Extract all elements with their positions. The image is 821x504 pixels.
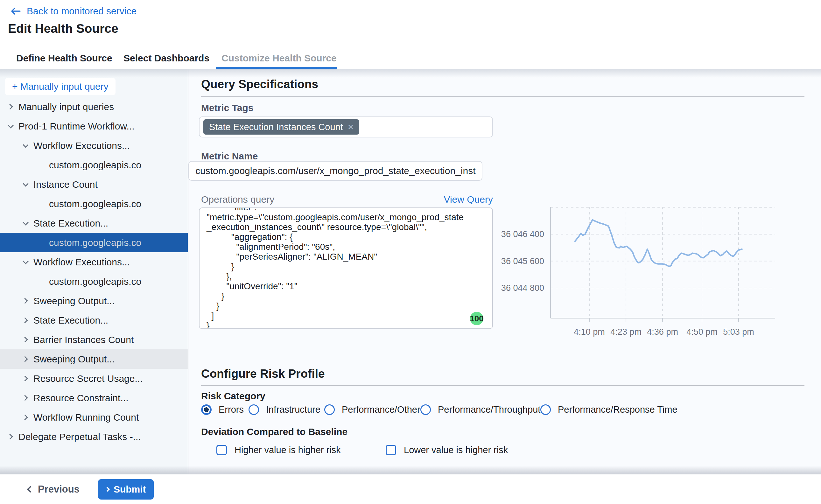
tab-define-health-source[interactable]: Define Health Source (16, 48, 112, 68)
chevron-down-icon[interactable] (23, 258, 28, 264)
metric-trend-line (575, 220, 742, 267)
chevron-right-icon[interactable] (22, 414, 28, 420)
remove-tag-icon[interactable]: × (348, 122, 354, 132)
tree-item-workflow-executions[interactable]: Workflow Executions... (0, 252, 188, 272)
tree-item-custom-googleapis-co[interactable]: custom.googleapis.co (0, 272, 188, 291)
chevron-down-icon[interactable] (8, 123, 13, 128)
submit-button-label: Submit (114, 484, 146, 495)
chevron-left-icon (27, 486, 34, 493)
y-tick-label: 36 044 800 (501, 283, 544, 293)
metric-tags-label: Metric Tags (201, 102, 254, 113)
wizard-tab-bar: Define Health SourceSelect DashboardsCus… (0, 48, 821, 69)
risk-category-option-infrastructure[interactable]: Infrastructure (249, 404, 320, 415)
chevron-down-icon[interactable] (23, 220, 28, 225)
chevron-down-icon[interactable] (23, 142, 28, 148)
chevron-right-icon[interactable] (22, 375, 28, 381)
tree-item-instance-count[interactable]: Instance Count (0, 175, 188, 194)
submit-button[interactable]: Submit (98, 479, 154, 500)
operations-query-code: "filter": "metric.type=\"custom.googleap… (200, 207, 492, 329)
tree-item-custom-googleapis-co[interactable]: custom.googleapis.co (0, 233, 188, 252)
configure-risk-profile-heading: Configure Risk Profile (201, 367, 325, 381)
chevron-down-icon[interactable] (23, 181, 28, 186)
section-divider (201, 385, 804, 386)
deviation-label: Deviation Compared to Baseline (201, 426, 347, 437)
add-manual-query-button[interactable]: + Manually input query (5, 78, 116, 95)
records-count-badge: 100 (470, 312, 483, 325)
metric-name-label: Metric Name (201, 151, 258, 162)
tree-item-label: State Execution... (33, 315, 108, 326)
deviation-checkbox-label: Lower value is higher risk (404, 445, 508, 455)
tree-item-state-execution[interactable]: State Execution... (0, 213, 188, 233)
tree-item-label: Workflow Running Count (33, 412, 139, 423)
tree-item-label: Prod-1 Runtime Workflow... (18, 121, 135, 132)
previous-button-label: Previous (38, 484, 80, 495)
view-query-link[interactable]: View Query (444, 194, 493, 205)
chevron-right-icon[interactable] (22, 356, 28, 362)
tree-item-resource-secret-usage[interactable]: Resource Secret Usage... (0, 369, 188, 388)
x-tick-label: 4:10 pm (574, 327, 605, 337)
tree-item-label: Resource Secret Usage... (33, 373, 143, 384)
risk-category-option-label: Errors (219, 404, 244, 415)
tree-item-label: Sweeping Output... (33, 296, 115, 306)
tree-item-label: Delegate Perpetual Tasks -... (18, 431, 141, 442)
checkbox-icon[interactable] (386, 445, 396, 455)
tree-item-state-execution[interactable]: State Execution... (0, 311, 188, 330)
back-arrow-icon (10, 7, 21, 16)
tree-item-label: State Execution... (33, 218, 108, 229)
tree-item-label: custom.googleapis.co (49, 199, 141, 209)
chevron-right-icon[interactable] (22, 298, 28, 304)
tab-select-dashboards[interactable]: Select Dashboards (123, 48, 209, 68)
chevron-right-icon[interactable] (22, 317, 28, 323)
tree-item-label: Instance Count (33, 179, 98, 190)
chevron-right-icon[interactable] (22, 337, 28, 342)
previous-button[interactable]: Previous (28, 484, 80, 495)
tree-item-manually-input-queries[interactable]: Manually input queries (0, 97, 188, 116)
tree-item-prod-1-runtime-workflow[interactable]: Prod-1 Runtime Workflow... (0, 116, 188, 136)
chevron-right-icon[interactable] (22, 395, 28, 401)
tab-customize-health-source[interactable]: Customize Health Source (221, 48, 337, 68)
tree-item-sweeping-output[interactable]: Sweeping Output... (0, 349, 188, 369)
tree-item-sweeping-output[interactable]: Sweeping Output... (0, 291, 188, 311)
risk-category-option-performance-response-time[interactable]: Performance/Response Time (540, 404, 677, 415)
x-tick-label: 4:36 pm (647, 327, 678, 337)
back-to-monitored-service-link[interactable]: Back to monitored service (10, 6, 137, 17)
tree-item-barrier-instances-count[interactable]: Barrier Instances Count (0, 330, 188, 349)
radio-selected-icon[interactable] (201, 404, 212, 415)
tree-item-custom-googleapis-co[interactable]: custom.googleapis.co (0, 194, 188, 213)
risk-category-option-errors[interactable]: Errors (201, 404, 244, 415)
page-header: Back to monitored service Edit Health So… (0, 0, 821, 48)
risk-category-option-label: Infrastructure (266, 404, 320, 415)
metric-tag-chip-label: State Execution Instances Count (209, 122, 343, 132)
risk-category-option-performance-other[interactable]: Performance/Other (324, 404, 420, 415)
tree-item-label: custom.googleapis.co (49, 160, 141, 171)
radio-unselected-icon[interactable] (249, 404, 259, 415)
radio-unselected-icon[interactable] (324, 404, 335, 415)
main-panel: Query Specifications Metric Tags State E… (188, 69, 821, 474)
tree-item-workflow-executions[interactable]: Workflow Executions... (0, 136, 188, 155)
deviation-checkbox-label: Higher value is higher risk (235, 445, 341, 455)
tree-item-delegate-perpetual-tasks[interactable]: Delegate Perpetual Tasks -... (0, 427, 188, 446)
metric-name-input[interactable]: custom.googleapis.com/user/x_mongo_prod_… (188, 161, 482, 181)
tree-item-custom-googleapis-co[interactable]: custom.googleapis.co (0, 155, 188, 175)
radio-unselected-icon[interactable] (420, 404, 431, 415)
tree-item-resource-constraint[interactable]: Resource Constraint... (0, 388, 188, 408)
page-title: Edit Health Source (8, 22, 118, 36)
deviation-checkbox-lower-value-is-higher-risk[interactable]: Lower value is higher risk (386, 445, 508, 455)
x-tick-label: 4:23 pm (610, 327, 642, 337)
tree-item-workflow-running-count[interactable]: Workflow Running Count (0, 408, 188, 427)
risk-category-option-label: Performance/Throughput (438, 404, 540, 415)
radio-unselected-icon[interactable] (540, 404, 551, 415)
risk-category-option-performance-throughput[interactable]: Performance/Throughput (420, 404, 540, 415)
deviation-checkbox-higher-value-is-higher-risk[interactable]: Higher value is higher risk (216, 445, 341, 455)
risk-category-option-label: Performance/Other (342, 404, 420, 415)
tree-item-label: Manually input queries (18, 101, 114, 112)
chevron-right-icon[interactable] (7, 104, 13, 109)
back-link-label: Back to monitored service (27, 6, 137, 17)
metric-tag-chip[interactable]: State Execution Instances Count × (203, 119, 359, 135)
metric-tags-input[interactable]: State Execution Instances Count × (199, 116, 493, 137)
active-tab-underline (216, 67, 337, 69)
chevron-right-icon[interactable] (7, 434, 13, 439)
operations-query-textarea[interactable]: "filter": "metric.type=\"custom.googleap… (199, 207, 493, 329)
checkbox-icon[interactable] (216, 445, 227, 455)
tree-item-label: Resource Constraint... (33, 393, 128, 403)
